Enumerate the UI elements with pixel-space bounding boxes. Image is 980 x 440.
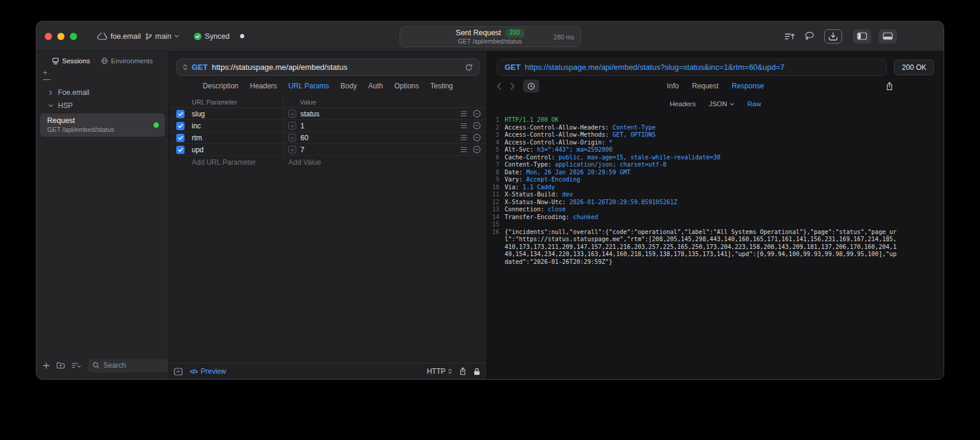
row-remove-icon[interactable] (473, 122, 481, 130)
method-stepper-icon[interactable] (183, 64, 188, 70)
response-tab-info[interactable]: Info (667, 82, 679, 90)
tree-group-label: Foe.email (58, 88, 90, 97)
param-name[interactable]: rtm (192, 134, 283, 142)
request-tab-body[interactable]: Body (340, 82, 357, 90)
sort-options-icon[interactable] (72, 362, 81, 368)
minimize-window-button[interactable] (57, 33, 64, 40)
row-menu-icon[interactable] (460, 111, 467, 116)
row-remove-icon[interactable] (473, 146, 481, 153)
branch-selector[interactable]: main (145, 32, 179, 41)
sent-request-capsule[interactable]: Sent Request 200 GET /api/embed/status 2… (400, 26, 581, 47)
toggle-bottom-panel-button[interactable] (878, 29, 897, 44)
response-line: 16{"incidents":null,"overall":{"code":"o… (487, 229, 944, 266)
chevron-down-icon (48, 104, 53, 107)
toggle-left-panel-button[interactable] (853, 29, 871, 44)
tree-group-hsp[interactable]: HSP (40, 99, 165, 112)
response-subtab-json-label: JSON (709, 100, 727, 107)
column-header-url-parameter[interactable]: URL Parameter (192, 99, 283, 106)
back-button[interactable] (497, 82, 502, 90)
request-tab-headers[interactable]: Headers (250, 82, 277, 90)
line-content: {"incidents":null,"overall":{"code":"ope… (505, 229, 897, 266)
protocol-select[interactable]: HTTP (427, 367, 452, 376)
param-checkbox[interactable] (176, 146, 185, 154)
param-value[interactable]: 7 (300, 146, 305, 154)
sync-status[interactable]: Synced (193, 32, 230, 41)
status-code-badge: 200 (505, 29, 524, 38)
tab-environments[interactable]: Environments (101, 57, 153, 64)
response-line: 13Connection: close (487, 206, 944, 214)
sidebar-bottom-bar (36, 355, 168, 376)
forward-button[interactable] (510, 82, 515, 90)
response-subtab-raw-label: Raw (748, 100, 761, 107)
value-type-icon[interactable]: = (288, 110, 296, 118)
request-url-bar[interactable]: GET https://statuspage.me/api/embed/stat… (176, 59, 480, 76)
param-name[interactable]: inc (192, 122, 283, 130)
value-type-icon[interactable]: = (288, 146, 296, 153)
row-menu-icon[interactable] (460, 135, 467, 140)
request-editor-panel: GET https://statuspage.me/api/embed/stat… (168, 51, 487, 379)
sidebar-remove-button[interactable]: — (43, 77, 50, 82)
response-method: GET (505, 63, 521, 72)
value-type-icon[interactable]: = (288, 134, 296, 141)
response-line: 10Via: 1.1 Caddy (487, 184, 944, 192)
row-remove-icon[interactable] (473, 110, 481, 118)
value-type-icon[interactable]: = (288, 122, 296, 130)
line-number: 7 (487, 161, 499, 169)
export-icon[interactable] (886, 82, 893, 91)
param-checkbox[interactable] (176, 122, 185, 130)
add-request-button[interactable] (43, 362, 50, 369)
row-menu-icon[interactable] (460, 123, 467, 128)
row-remove-icon[interactable] (473, 134, 481, 141)
response-tab-response[interactable]: Response (732, 82, 764, 90)
param-value[interactable]: 1 (300, 122, 305, 130)
line-number: 10 (487, 184, 499, 192)
response-body[interactable]: 1HTTP/1.1 200 OK2Access-Control-Allow-He… (487, 112, 944, 379)
history-icon[interactable] (523, 79, 539, 93)
request-url[interactable]: https://statuspage.me/api/embed/status (212, 63, 460, 72)
url-param-row-inc: inc=1 (169, 120, 487, 132)
add-url-parameter-field[interactable]: Add URL Parameter (192, 158, 283, 167)
share-icon[interactable] (459, 367, 466, 376)
param-checkbox[interactable] (176, 110, 185, 118)
lock-icon[interactable] (474, 368, 480, 376)
request-item[interactable]: Request GET /api/embed/status (40, 113, 165, 137)
param-name[interactable]: slug (192, 110, 283, 118)
add-value-field[interactable]: Add Value (283, 158, 453, 167)
response-subtab-headers[interactable]: Headers (669, 100, 695, 107)
param-value[interactable]: status (300, 110, 320, 118)
lasso-icon[interactable] (804, 32, 815, 41)
project-name: foe.email (110, 32, 141, 41)
request-tab-description[interactable]: Description (202, 82, 238, 90)
request-method[interactable]: GET (192, 63, 208, 72)
param-checkbox[interactable] (176, 134, 185, 142)
request-tab-auth[interactable]: Auth (368, 82, 383, 90)
response-subtab-json[interactable]: JSON (709, 100, 735, 107)
line-content: Access-Control-Allow-Headers: Content-Ty… (505, 124, 897, 132)
request-tab-options[interactable]: Options (394, 82, 419, 90)
expand-console-icon[interactable] (174, 368, 183, 376)
param-name[interactable]: upd (192, 146, 283, 154)
tree-group-foe-email[interactable]: Foe.email (40, 86, 165, 99)
preview-label: Preview (201, 367, 226, 376)
close-window-button[interactable] (45, 33, 52, 40)
tab-sessions[interactable]: Sessions (52, 57, 90, 64)
response-tab-request[interactable]: Request (692, 82, 719, 90)
request-tab-testing[interactable]: Testing (431, 82, 453, 90)
request-tab-url-params[interactable]: URL Params (288, 82, 329, 90)
new-folder-icon[interactable] (56, 362, 65, 369)
response-request-line[interactable]: GET https://statuspage.me/api/embed/stat… (497, 59, 887, 76)
zoom-window-button[interactable] (70, 33, 77, 40)
refresh-icon[interactable] (465, 63, 473, 72)
sort-lines-icon[interactable] (785, 32, 795, 41)
line-number: 2 (487, 124, 499, 132)
param-value[interactable]: 60 (300, 134, 308, 142)
import-tray-icon[interactable] (824, 29, 842, 44)
column-header-value[interactable]: Value (283, 96, 453, 107)
preview-button[interactable]: </> Preview (190, 367, 226, 376)
row-menu-icon[interactable] (460, 147, 467, 152)
line-content: X-Status-Now-Utc: 2026-01-26T20:29:59.85… (505, 199, 897, 207)
param-value-cell: =7 (283, 144, 453, 155)
response-subtab-raw[interactable]: Raw (748, 100, 761, 107)
project-selector[interactable]: foe.email (97, 32, 141, 41)
synced-check-icon (193, 32, 202, 41)
